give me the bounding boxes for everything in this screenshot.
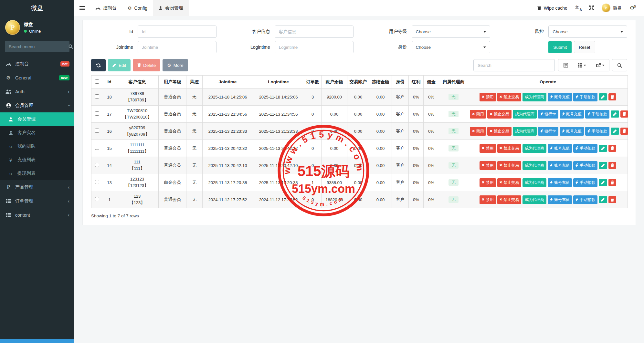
row-checkbox[interactable] [95, 94, 99, 99]
recharge-button[interactable]: 账号充值 [560, 110, 584, 119]
wipe-cache-button[interactable]: Wipe cache [533, 0, 571, 16]
ban-trade-button[interactable]: ✖禁止交易 [497, 195, 521, 204]
customer-filter-input[interactable] [275, 26, 354, 38]
row-checkbox[interactable] [95, 111, 99, 116]
disable-button[interactable]: ✖禁用 [480, 195, 496, 204]
identity-filter-select[interactable]: Choose [412, 41, 491, 53]
id-filter-input[interactable] [138, 26, 216, 38]
jointime-filter-input[interactable] [138, 41, 216, 53]
sidebar-item-auth[interactable]: Auth ‹ [0, 85, 74, 99]
edit-row-button[interactable] [611, 110, 619, 118]
delete-row-button[interactable] [608, 196, 616, 203]
sidebar-item-dashboard[interactable]: 控制台 hot [0, 57, 74, 71]
become-agent-button[interactable]: 成为代理商 [523, 195, 546, 204]
edit-row-button[interactable] [611, 128, 619, 135]
ban-trade-button[interactable]: ✖禁止交易 [497, 144, 521, 153]
risk-filter-select[interactable]: Choose [548, 26, 627, 38]
edit-row-button[interactable] [599, 145, 607, 152]
tab-config[interactable]: ⚙ Config [122, 0, 153, 16]
search-icon[interactable] [69, 44, 73, 49]
deduct-button[interactable]: 手动扣款 [585, 127, 609, 136]
edit-row-button[interactable] [599, 196, 607, 203]
ban-trade-button[interactable]: ✖禁止交易 [487, 127, 511, 136]
sidebar-item-kyc[interactable]: 客户实名 [0, 126, 74, 140]
ban-trade-button[interactable]: ✖禁止交易 [487, 110, 511, 119]
delete-row-button[interactable] [608, 162, 616, 169]
deduct-button[interactable]: 手动扣款 [573, 178, 597, 187]
more-button[interactable]: ⚙ More [163, 59, 188, 71]
sidebar-item-recharge-list[interactable]: ¥ 充值列表 [0, 153, 74, 167]
tab-dashboard[interactable]: 控制台 [90, 0, 122, 16]
recharge-button[interactable]: 账号充值 [548, 144, 572, 153]
row-checkbox[interactable] [95, 180, 99, 184]
row-checkbox[interactable] [95, 129, 99, 133]
sidebar-item-products[interactable]: ₽ 产品管理 ‹ [0, 180, 74, 194]
level-filter-select[interactable]: Choose [412, 26, 491, 38]
ban-trade-button[interactable]: ✖禁止交易 [497, 161, 521, 170]
disable-button[interactable]: ✖禁用 [480, 144, 496, 153]
select-all-checkbox[interactable] [95, 79, 99, 84]
row-checkbox[interactable] [95, 197, 99, 201]
delete-row-button[interactable] [620, 128, 628, 135]
delete-row-button[interactable] [608, 179, 616, 186]
delete-row-button[interactable] [608, 145, 616, 152]
settings-button[interactable]: ⚙⚙ [626, 0, 639, 16]
bank-card-button[interactable]: 银行卡 [538, 110, 558, 119]
advanced-search-button[interactable] [612, 59, 627, 71]
become-agent-button[interactable]: 成为代理商 [523, 161, 546, 170]
become-agent-button[interactable]: 成为代理商 [523, 93, 546, 101]
row-checkbox[interactable] [95, 163, 99, 167]
disable-button[interactable]: ✖禁用 [470, 127, 486, 136]
deduct-button[interactable]: 手动扣款 [573, 161, 597, 170]
delete-button[interactable]: Delete [133, 59, 160, 71]
ban-trade-button[interactable]: ✖禁止交易 [497, 178, 521, 187]
submit-button[interactable]: Submit [548, 41, 572, 53]
row-checkbox[interactable] [95, 146, 99, 150]
recharge-button[interactable]: 账号充值 [560, 127, 584, 136]
sidebar-item-orders[interactable]: 订单管理 ‹ [0, 194, 74, 208]
disable-button[interactable]: ✖禁用 [480, 161, 496, 170]
deduct-button[interactable]: 手动扣款 [573, 195, 597, 204]
edit-row-button[interactable] [599, 162, 607, 169]
recharge-button[interactable]: 账号充值 [548, 161, 572, 170]
sidebar-item-member-list[interactable]: 会员管理 [0, 112, 74, 126]
become-agent-button[interactable]: 成为代理商 [523, 178, 546, 187]
logintime-filter-input[interactable] [275, 41, 354, 53]
recharge-button[interactable]: 账号充值 [548, 93, 572, 101]
refresh-button[interactable] [91, 59, 106, 71]
disable-button[interactable]: ✖禁用 [480, 93, 496, 101]
table-search-input[interactable] [473, 59, 555, 71]
ban-trade-button[interactable]: ✖禁止交易 [497, 93, 521, 101]
deduct-button[interactable]: 手动扣款 [585, 110, 609, 119]
tab-members[interactable]: 会员管理 [153, 0, 189, 16]
delete-row-button[interactable] [608, 93, 616, 100]
become-agent-button[interactable]: 成为代理商 [523, 144, 546, 153]
edit-button[interactable]: Edit [108, 59, 131, 71]
export-dropdown-button[interactable] [591, 59, 609, 71]
recharge-button[interactable]: 账号充值 [548, 178, 572, 187]
become-agent-button[interactable]: 成为代理商 [513, 127, 537, 136]
columns-dropdown-button[interactable] [573, 59, 591, 71]
disable-button[interactable]: ✖禁用 [470, 110, 486, 119]
deduct-button[interactable]: 手动扣款 [573, 93, 597, 101]
delete-row-button[interactable] [620, 110, 628, 118]
recharge-button[interactable]: 账号充值 [548, 195, 572, 204]
bank-card-button[interactable]: 银行卡 [538, 127, 558, 136]
detail-view-button[interactable] [558, 59, 573, 71]
deduct-button[interactable]: 手动扣款 [573, 144, 597, 153]
user-menu[interactable]: P 微盘 [598, 0, 626, 16]
sidebar-item-members-parent[interactable]: 会员管理 ‹ [0, 99, 74, 112]
sidebar-toggle-button[interactable] [74, 0, 90, 16]
fullscreen-button[interactable] [585, 0, 598, 16]
edit-row-button[interactable] [599, 93, 607, 100]
become-agent-button[interactable]: 成为代理商 [513, 110, 537, 119]
sidebar-item-content[interactable]: content ‹ [0, 208, 74, 222]
reset-button[interactable]: Reset [574, 41, 595, 53]
disable-button[interactable]: ✖禁用 [480, 178, 496, 187]
edit-row-button[interactable] [599, 179, 607, 186]
sidebar-item-general[interactable]: ⚙ General new [0, 71, 74, 85]
translate-button[interactable]: 文A [571, 0, 585, 16]
sidebar-search-input[interactable] [9, 44, 66, 49]
sidebar-item-withdraw-list[interactable]: ○ 提现列表 [0, 167, 74, 180]
sidebar-item-team[interactable]: ○ 我的团队 [0, 140, 74, 153]
